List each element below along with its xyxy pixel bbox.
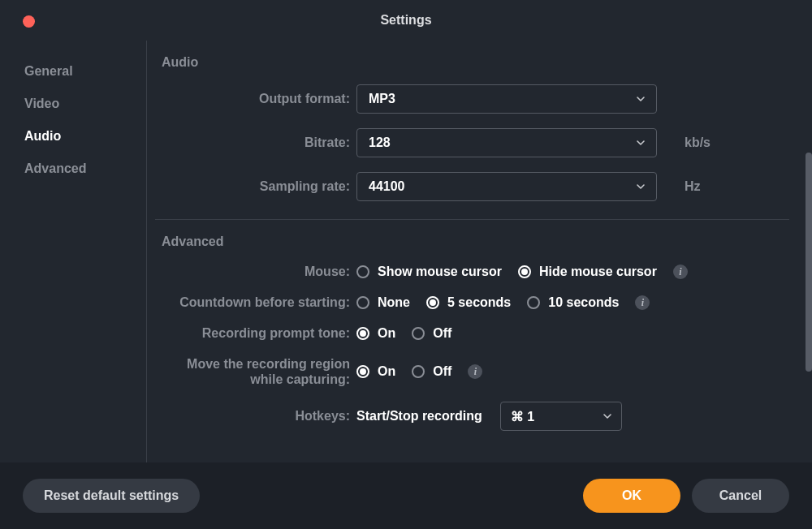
sidebar-item-video[interactable]: Video: [0, 88, 146, 120]
radio-show-mouse-cursor[interactable]: Show mouse cursor: [356, 264, 502, 279]
select-output-format-value: MP3: [369, 92, 395, 106]
radio-dot-icon: [426, 296, 439, 309]
radio-hide-mouse-cursor[interactable]: Hide mouse cursor: [518, 264, 657, 279]
scrollbar[interactable]: [806, 153, 812, 372]
info-icon[interactable]: i: [635, 295, 650, 310]
radio-label: None: [378, 295, 410, 310]
radio-dot-icon: [518, 265, 531, 278]
radio-label: On: [378, 326, 395, 341]
unit-sampling: Hz: [685, 179, 701, 194]
footer: Reset default settings OK Cancel: [0, 462, 812, 529]
label-sampling-rate: Sampling rate:: [155, 178, 356, 195]
radio-label: Off: [433, 326, 451, 341]
select-output-format[interactable]: MP3: [356, 84, 657, 114]
radio-move-region-off[interactable]: Off: [412, 364, 451, 379]
select-sampling-rate-value: 44100: [369, 179, 405, 194]
radio-label: 5 seconds: [447, 295, 511, 310]
info-icon[interactable]: i: [673, 264, 688, 279]
radio-label: On: [378, 364, 395, 379]
radio-countdown-5s[interactable]: 5 seconds: [426, 295, 511, 310]
label-hotkeys: Hotkeys:: [155, 408, 356, 424]
radio-dot-icon: [356, 296, 369, 309]
chevron-down-icon: [635, 181, 646, 192]
select-bitrate[interactable]: 128: [356, 128, 657, 157]
select-hotkey-value: ⌘ 1: [511, 409, 534, 424]
reset-default-button[interactable]: Reset default settings: [23, 479, 200, 513]
unit-bitrate: kb/s: [685, 135, 710, 150]
chevron-down-icon: [635, 93, 646, 105]
select-sampling-rate[interactable]: 44100: [356, 172, 657, 201]
cancel-button[interactable]: Cancel: [692, 479, 789, 513]
label-prompt-tone: Recording prompt tone:: [155, 325, 356, 342]
radio-move-region-on[interactable]: On: [356, 364, 395, 379]
radio-countdown-none[interactable]: None: [356, 295, 410, 310]
select-bitrate-value: 128: [369, 135, 391, 150]
radio-prompt-tone-on[interactable]: On: [356, 326, 395, 341]
close-icon[interactable]: [23, 15, 35, 28]
radio-dot-icon: [412, 365, 425, 378]
info-icon[interactable]: i: [468, 364, 482, 379]
radio-dot-icon: [527, 296, 540, 309]
sidebar-item-audio[interactable]: Audio: [0, 120, 146, 153]
label-output-format: Output format:: [155, 91, 356, 107]
radio-prompt-tone-off[interactable]: Off: [412, 326, 451, 341]
radio-label: Hide mouse cursor: [539, 264, 657, 279]
select-hotkey[interactable]: ⌘ 1: [500, 402, 622, 431]
radio-dot-icon: [356, 327, 369, 340]
settings-content: Audio Output format: MP3 Bitrate: 128: [146, 41, 812, 462]
radio-label: 10 seconds: [548, 295, 619, 310]
label-bitrate: Bitrate:: [155, 135, 356, 151]
sidebar-item-general[interactable]: General: [0, 55, 146, 88]
window-title: Settings: [380, 13, 431, 28]
radio-label: Off: [433, 364, 451, 379]
radio-dot-icon: [412, 327, 425, 340]
label-move-region: Move the recording region while capturin…: [155, 356, 356, 387]
chevron-down-icon: [602, 411, 613, 422]
radio-dot-icon: [356, 365, 369, 378]
sidebar: General Video Audio Advanced: [0, 41, 146, 462]
radio-dot-icon: [356, 265, 369, 278]
sidebar-item-advanced[interactable]: Advanced: [0, 153, 146, 185]
radio-countdown-10s[interactable]: 10 seconds: [527, 295, 619, 310]
ok-button[interactable]: OK: [583, 479, 680, 513]
divider: [155, 219, 789, 220]
hotkey-action: Start/Stop recording: [356, 409, 482, 424]
label-mouse: Mouse:: [155, 264, 356, 280]
radio-label: Show mouse cursor: [378, 264, 502, 279]
chevron-down-icon: [635, 137, 646, 148]
section-title-advanced: Advanced: [162, 234, 789, 249]
section-title-audio: Audio: [162, 55, 789, 70]
label-countdown: Countdown before starting:: [155, 295, 356, 311]
